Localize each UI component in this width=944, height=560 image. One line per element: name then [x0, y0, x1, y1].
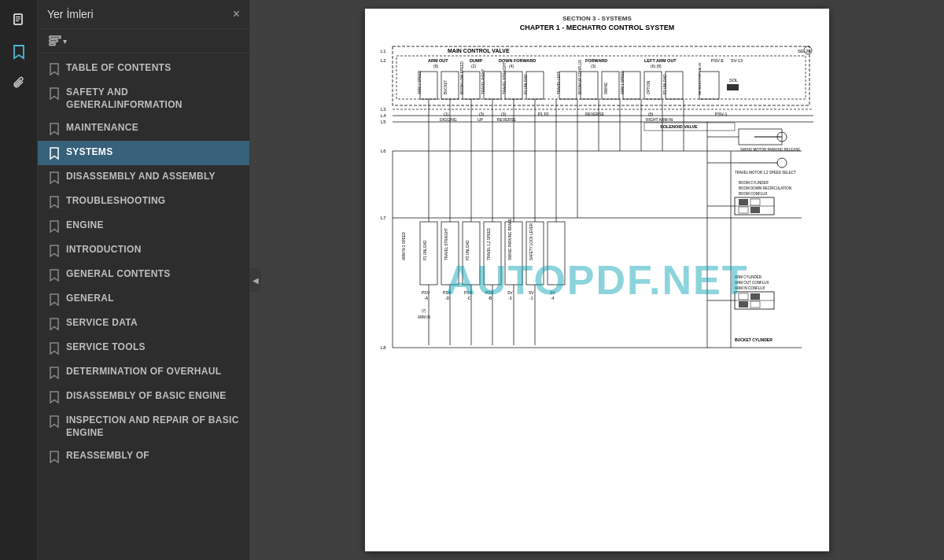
- svg-text:OPTION: OPTION: [647, 80, 651, 94]
- svg-rect-48: [666, 72, 683, 99]
- sidebar-item-label: TROUBLESHOOTING: [66, 195, 166, 208]
- sidebar-item-inspection[interactable]: INSPECTION AND REPAIR OF BASIC ENGINE: [38, 409, 249, 444]
- svg-text:(7): (7): [422, 309, 426, 313]
- bookmarks-list: TABLE OF CONTENTSSAFETY AND GENERALINFOR…: [38, 53, 249, 560]
- bookmark-icon: [49, 318, 60, 330]
- bookmark-icon: [49, 123, 60, 135]
- sidebar-item-maintenance[interactable]: MAINTENANCE: [38, 116, 249, 141]
- sidebar-item-label: GENERAL: [66, 293, 114, 305]
- pages-button[interactable]: [5, 6, 33, 35]
- svg-rect-1: [16, 17, 20, 17]
- sidebar-item-label: SAFETY AND GENERALINFORMATION: [66, 87, 240, 111]
- svg-text:(1): (1): [444, 112, 448, 116]
- sidebar-collapse-button[interactable]: ◀: [250, 268, 261, 292]
- svg-text:-3: -3: [508, 296, 512, 300]
- sidebar-item-engine[interactable]: ENGINE: [38, 214, 249, 238]
- svg-rect-53: [727, 84, 739, 90]
- svg-text:BUCKET: BUCKET: [444, 79, 448, 94]
- svg-text:SWING MOTOR PARKING RELEASE: SWING MOTOR PARKING RELEASE: [740, 148, 800, 152]
- sidebar-item-label: MAINTENANCE: [66, 122, 138, 134]
- svg-rect-2: [16, 19, 20, 20]
- sidebar-item-systems[interactable]: SYSTEMS: [38, 141, 249, 165]
- bookmarks-button[interactable]: [5, 38, 33, 66]
- sidebar-item-label: INTRODUCTION: [66, 244, 142, 256]
- svg-text:BOOM UP CONFLUX: BOOM UP CONFLUX: [578, 60, 582, 94]
- sort-button[interactable]: ▾: [46, 34, 70, 48]
- svg-text:L2: L2: [381, 58, 386, 63]
- svg-text:PSV: PSV: [422, 290, 430, 295]
- svg-text:-1: -1: [529, 296, 533, 300]
- sidebar-toolbar: ▾: [38, 29, 249, 53]
- svg-text:NB SELECTOR VALVE: NB SELECTOR VALVE: [698, 62, 702, 95]
- svg-rect-32: [484, 72, 501, 99]
- svg-text:BOOM DOWN RECIRCULATION: BOOM DOWN RECIRCULATION: [739, 186, 791, 190]
- left-toolbar: [0, 0, 38, 560]
- bookmark-icon: [49, 391, 60, 403]
- svg-text:SAFETY LOCK LEVER: SAFETY LOCK LEVER: [529, 223, 533, 260]
- svg-rect-147: [750, 293, 760, 300]
- svg-text:(6)    (8): (6) (8): [651, 64, 662, 68]
- svg-rect-40: [581, 72, 598, 99]
- sidebar-item-troubleshooting[interactable]: TROUBLESHOOTING: [38, 190, 249, 214]
- svg-text:-B: -B: [488, 296, 492, 300]
- svg-text:TRAVEL RIGHT: TRAVEL RIGHT: [481, 68, 485, 94]
- svg-text:-A: -A: [424, 296, 429, 300]
- sidebar-item-toc[interactable]: TABLE OF CONTENTS: [38, 57, 249, 81]
- svg-text:TRAVEL STRAIGHT: TRAVEL STRAIGHT: [444, 227, 448, 260]
- svg-text:P1 UNLOAD: P1 UNLOAD: [524, 73, 528, 94]
- doc-header-line1: SECTION 3 - SYSTEMS: [371, 15, 823, 22]
- sidebar-item-service-data[interactable]: SERVICE DATA: [38, 311, 249, 336]
- svg-text:PSV-E: PSV-E: [711, 58, 725, 63]
- sidebar-item-disassembly[interactable]: DISASSEMBLY AND ASSEMBLY: [38, 165, 249, 190]
- sort-dropdown-arrow: ▾: [63, 37, 67, 46]
- sidebar-item-reassembly[interactable]: REASSEMBLY OF: [38, 444, 249, 469]
- svg-text:(5): (5): [648, 112, 653, 116]
- svg-text:(2): (2): [471, 64, 476, 68]
- sidebar-item-introduction[interactable]: INTRODUCTION: [38, 238, 249, 263]
- svg-text:(3): (3): [591, 64, 596, 68]
- bookmark-icon: [49, 147, 60, 160]
- sidebar-item-label: REASSEMBLY OF: [66, 450, 149, 462]
- svg-text:-C: -C: [466, 296, 471, 300]
- svg-rect-44: [623, 72, 640, 99]
- bookmark-icon: [49, 171, 60, 184]
- svg-text:ARM CYLINDER: ARM CYLINDER: [735, 275, 762, 279]
- bookmark-icon: [49, 451, 60, 463]
- svg-text:SV: SV: [550, 290, 555, 295]
- svg-text:FORWARD: FORWARD: [585, 58, 607, 63]
- svg-text:(3): (3): [479, 112, 484, 116]
- svg-text:(4): (4): [509, 64, 514, 68]
- svg-text:L4: L4: [381, 113, 386, 118]
- sidebar-item-safety[interactable]: SAFETY AND GENERALINFORMATION: [38, 81, 249, 116]
- svg-text:BOOM CONFLUX: BOOM CONFLUX: [739, 192, 768, 196]
- svg-text:L5: L5: [381, 120, 386, 124]
- sidebar-item-label: INSPECTION AND REPAIR OF BASIC ENGINE: [66, 414, 240, 439]
- sidebar-item-disassembly-basic[interactable]: DISASSEMBLY OF BASIC ENGINE: [38, 385, 249, 409]
- svg-text:ARM IN 2 SPEED: ARM IN 2 SPEED: [402, 231, 406, 260]
- doc-header-line2: CHAPTER 1 - MECHATRO CONTROL SYSTEM: [371, 24, 823, 31]
- svg-rect-149: [750, 301, 760, 308]
- sidebar-item-label: SYSTEMS: [66, 146, 112, 159]
- svg-rect-36: [526, 72, 544, 99]
- sidebar-item-service-tools[interactable]: SERVICE TOOLS: [38, 336, 249, 360]
- bookmark-icon: [49, 415, 60, 428]
- sidebar-item-general[interactable]: GENERAL: [38, 287, 249, 311]
- sidebar-title: Yer İmleri: [47, 8, 94, 20]
- attachments-button[interactable]: [5, 69, 33, 98]
- svg-text:TRAVEL MOTOR 1,2 SPEED SELECT: TRAVEL MOTOR 1,2 SPEED SELECT: [735, 171, 796, 175]
- svg-text:ARM 1 SPEED: ARM 1 SPEED: [621, 69, 625, 94]
- sidebar-item-determination[interactable]: DETERMINATION OF OVERHAUL: [38, 360, 249, 385]
- bookmark-icon: [49, 245, 60, 257]
- svg-text:PSV: PSV: [464, 290, 473, 295]
- sidebar-item-general-contents[interactable]: GENERAL CONTENTS: [38, 263, 249, 287]
- svg-rect-30: [463, 72, 480, 99]
- svg-rect-38: [559, 72, 577, 99]
- svg-text:SWING PARKING BRAKE: SWING PARKING BRAKE: [508, 219, 512, 260]
- svg-rect-6: [50, 43, 55, 46]
- svg-text:ARM OUT CONFLUX: ARM OUT CONFLUX: [735, 281, 769, 285]
- svg-text:ARM IN CONFLUX: ARM IN CONFLUX: [735, 286, 765, 290]
- document-page: AUTOPDF.NET SECTION 3 - SYSTEMS CHAPTER …: [365, 9, 829, 551]
- sidebar-close-button[interactable]: ×: [233, 8, 240, 20]
- bookmark-icon: [49, 196, 60, 208]
- svg-text:PSV-1: PSV-1: [715, 112, 728, 116]
